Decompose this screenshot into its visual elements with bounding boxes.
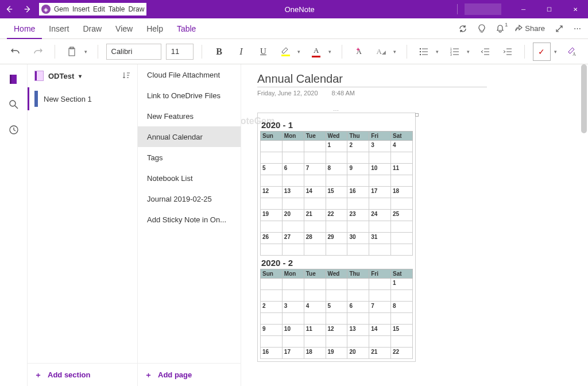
calendar-cell[interactable]: 2 xyxy=(347,141,369,152)
calendar-cell[interactable] xyxy=(369,152,391,164)
calendar-cell[interactable] xyxy=(347,244,369,256)
calendar-cell[interactable]: 29 xyxy=(326,233,347,244)
calendar-table[interactable]: SunMonTueWedThuFriSat1234567891011121314… xyxy=(260,131,413,256)
font-name-combo[interactable]: Calibri xyxy=(106,44,161,60)
page-title[interactable]: Annual Calendar xyxy=(257,72,487,87)
calendar-cell[interactable] xyxy=(282,336,304,348)
calendar-cell[interactable]: 21 xyxy=(369,348,391,359)
calendar-cell[interactable] xyxy=(304,141,326,152)
notebooks-button[interactable] xyxy=(2,68,25,91)
calendar-cell[interactable] xyxy=(261,313,283,325)
calendar-cell[interactable]: 3 xyxy=(369,141,391,152)
calendar-cell[interactable] xyxy=(261,244,283,256)
gem-item-insert[interactable]: Insert xyxy=(72,5,90,13)
maximize-button[interactable]: ☐ xyxy=(536,0,562,18)
italic-button[interactable]: I xyxy=(233,43,250,61)
calendar-cell[interactable]: 24 xyxy=(369,210,391,221)
calendar-table[interactable]: SunMonTueWedThuFriSat1234567891011121314… xyxy=(260,269,413,359)
page-item[interactable]: Add Sticky Note in On... xyxy=(138,209,241,230)
calendar-cell[interactable] xyxy=(261,221,283,233)
calendar-cell[interactable] xyxy=(391,198,413,210)
page-item[interactable]: Tags xyxy=(138,147,241,168)
tab-table[interactable]: Table xyxy=(170,18,203,39)
calendar-cell[interactable]: 27 xyxy=(282,233,304,244)
calendar-cell[interactable] xyxy=(347,290,369,302)
calendar-cell[interactable] xyxy=(391,244,413,256)
calendar-cell[interactable] xyxy=(282,290,304,302)
page-canvas[interactable]: Annual Calendar Friday, June 12, 2020 8:… xyxy=(241,64,588,386)
calendar-cell[interactable] xyxy=(326,313,347,325)
calendar-cell[interactable]: 28 xyxy=(304,233,326,244)
calendar-cell[interactable]: 14 xyxy=(304,187,326,198)
tab-insert[interactable]: Insert xyxy=(42,18,76,39)
calendar-cell[interactable] xyxy=(369,336,391,348)
calendar-cell[interactable]: 1 xyxy=(391,279,413,290)
bullets-dropdown[interactable]: ▾ xyxy=(436,49,439,55)
calendar-cell[interactable]: 6 xyxy=(282,164,304,175)
calendar-cell[interactable]: 23 xyxy=(347,210,369,221)
more-button[interactable]: ⋯ xyxy=(574,24,581,33)
calendar-cell[interactable] xyxy=(261,141,283,152)
sort-button[interactable] xyxy=(122,71,130,81)
page-item[interactable]: Notebook List xyxy=(138,168,241,188)
recent-button[interactable] xyxy=(2,118,25,141)
calendar-cell[interactable] xyxy=(326,244,347,256)
calendar-cell[interactable]: 8 xyxy=(391,302,413,313)
calendar-cell[interactable] xyxy=(261,198,283,210)
calendar-cell[interactable]: 9 xyxy=(347,164,369,175)
calendar-cell[interactable]: 15 xyxy=(326,187,347,198)
vertical-scrollbar[interactable] xyxy=(581,64,587,133)
clipboard-dropdown[interactable]: ▾ xyxy=(84,49,87,55)
undo-button[interactable] xyxy=(7,43,25,61)
calendar-cell[interactable]: 7 xyxy=(369,302,391,313)
calendar-cell[interactable] xyxy=(347,175,369,187)
calendar-cell[interactable] xyxy=(261,336,283,348)
calendar-cell[interactable] xyxy=(369,244,391,256)
notifications-button[interactable]: 1 xyxy=(496,24,504,33)
highlight-button[interactable] xyxy=(277,43,295,61)
calendar-cell[interactable]: 5 xyxy=(261,164,283,175)
gem-item-draw[interactable]: Draw xyxy=(128,5,144,13)
calendar-cell[interactable] xyxy=(347,198,369,210)
add-section-button[interactable]: ＋ Add section xyxy=(28,363,137,386)
todo-dropdown[interactable]: ▾ xyxy=(554,49,557,55)
calendar-cell[interactable]: 6 xyxy=(347,302,369,313)
share-button[interactable]: Share xyxy=(514,24,545,33)
calendar-cell[interactable]: 10 xyxy=(282,325,304,336)
calendar-cell[interactable] xyxy=(391,313,413,325)
page-item[interactable]: Cloud File Attachment xyxy=(138,64,241,85)
section-item[interactable]: New Section 1 xyxy=(28,87,137,110)
sync-button[interactable] xyxy=(458,24,467,33)
format-painter-button[interactable]: A xyxy=(564,43,582,61)
calendar-cell[interactable]: 18 xyxy=(391,187,413,198)
font-size-combo[interactable]: 11 xyxy=(166,44,194,60)
calendar-cell[interactable]: 22 xyxy=(391,348,413,359)
calendar-cell[interactable] xyxy=(304,198,326,210)
calendar-cell[interactable]: 10 xyxy=(369,164,391,175)
calendar-cell[interactable] xyxy=(326,198,347,210)
calendar-cell[interactable]: 21 xyxy=(304,210,326,221)
calendar-cell[interactable] xyxy=(282,152,304,164)
calendar-cell[interactable] xyxy=(347,279,369,290)
calendar-cell[interactable] xyxy=(304,244,326,256)
calendar-cell[interactable] xyxy=(282,279,304,290)
calendar-cell[interactable]: 7 xyxy=(304,164,326,175)
tab-help[interactable]: Help xyxy=(140,18,170,39)
page-item[interactable]: Annual Calendar xyxy=(138,126,241,147)
calendar-cell[interactable]: 31 xyxy=(369,233,391,244)
redo-button[interactable] xyxy=(29,43,47,61)
font-color-button[interactable]: A xyxy=(307,43,325,61)
tab-draw[interactable]: Draw xyxy=(76,18,109,39)
page-item[interactable]: Link to OneDrive Files xyxy=(138,85,241,106)
underline-button[interactable]: U xyxy=(254,43,272,61)
calendar-cell[interactable]: 18 xyxy=(304,348,326,359)
calendar-cell[interactable] xyxy=(282,141,304,152)
tips-button[interactable] xyxy=(478,24,486,33)
close-button[interactable]: ✕ xyxy=(562,0,588,18)
calendar-cell[interactable] xyxy=(391,233,413,244)
calendar-cell[interactable]: 16 xyxy=(261,348,283,359)
calendar-cell[interactable]: 12 xyxy=(326,325,347,336)
styles-dropdown[interactable]: ▾ xyxy=(393,49,396,55)
calendar-cell[interactable]: 19 xyxy=(261,210,283,221)
calendar-cell[interactable]: 4 xyxy=(391,141,413,152)
